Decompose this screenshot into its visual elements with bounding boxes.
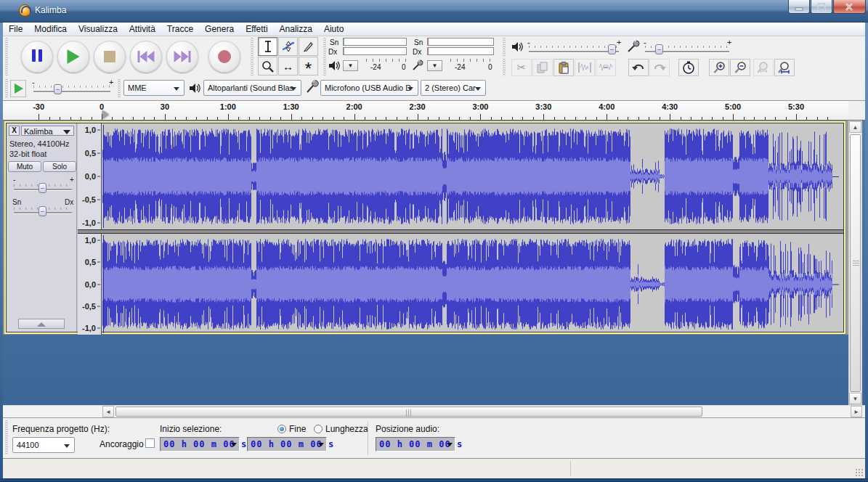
play-at-speed-button[interactable] [10, 80, 26, 97]
audio-position-field[interactable]: 00 h 00 m 00 s [376, 437, 455, 452]
horizontal-scrollbar[interactable]: ◄ ► [3, 405, 865, 417]
solo-button[interactable]: Solo [43, 161, 76, 172]
timeshift-tool-button[interactable]: ↔ [278, 57, 298, 75]
scroll-up-button[interactable]: ▲ [849, 121, 861, 133]
track-area: X Kalimba Stereo, 44100Hz 32-bit float M… [3, 120, 848, 335]
selection-tool-button[interactable] [258, 37, 277, 56]
zoom-out-button[interactable] [730, 59, 750, 76]
silence-selection-button[interactable] [596, 59, 616, 76]
play-meter-dropdown[interactable]: ▼ [343, 60, 358, 71]
microphone-icon [411, 59, 424, 72]
menu-visualizza[interactable]: Visualizza [73, 23, 123, 36]
timeline-label: -30 [33, 102, 44, 111]
tools-toolbar-grip[interactable] [251, 38, 253, 75]
menu-tracce[interactable]: Tracce [161, 23, 199, 36]
vertical-ruler-right-channel[interactable]: 1,00,50,0-0,5-1,0 [78, 234, 102, 335]
timeline-label: 3:30 [535, 102, 551, 111]
snap-checkbox[interactable] [145, 438, 155, 448]
vruler-label: 1,0 [85, 236, 96, 245]
edit-toolbar-grip[interactable] [503, 59, 506, 76]
sync-lock-button[interactable] [678, 59, 699, 76]
vertical-ruler-left-channel[interactable]: 1,00,50,0-0,5-1,0 [78, 123, 102, 229]
record-meter-dropdown[interactable]: ▼ [427, 60, 442, 71]
minimize-button[interactable] [788, 0, 810, 14]
playback-speed-slider-thumb[interactable] [54, 84, 62, 94]
window-resize-grip[interactable] [855, 468, 864, 477]
track-close-button[interactable]: X [9, 126, 20, 136]
play-button[interactable] [57, 41, 89, 73]
stop-button[interactable] [94, 41, 126, 73]
gain-slider-thumb[interactable] [38, 183, 46, 193]
transport-toolbar-grip[interactable] [5, 38, 8, 75]
device-toolbar-grip[interactable] [118, 79, 121, 98]
vertical-scrollbar[interactable]: ▲ ▼ [848, 120, 862, 405]
track-bitdepth-info: 32-bit float [9, 150, 46, 158]
waveform-right-channel[interactable] [102, 234, 845, 335]
scroll-down-button[interactable]: ▼ [849, 393, 861, 404]
record-button[interactable] [208, 41, 240, 73]
play-meter-right-bar[interactable] [343, 47, 407, 55]
playback-speed-slider[interactable] [33, 91, 110, 92]
scroll-right-button[interactable]: ► [851, 406, 862, 417]
meter-toolbar-grip[interactable] [323, 38, 326, 75]
undo-button[interactable] [628, 59, 649, 76]
input-device-combo[interactable]: Microfono (USB Audio D [320, 80, 418, 96]
audio-host-combo[interactable]: MME [123, 80, 184, 96]
redo-button[interactable] [649, 59, 670, 76]
speaker-icon [328, 60, 340, 71]
output-device-combo[interactable]: Altoparlanti (Sound Blas [203, 80, 301, 96]
record-meter-scale-ticks [450, 59, 494, 62]
fit-project-button[interactable] [774, 59, 795, 76]
play-meter-scale-low: -24 [370, 63, 381, 71]
length-radio[interactable] [314, 425, 323, 433]
copy-button[interactable] [532, 59, 553, 76]
skip-to-start-button[interactable] [130, 41, 162, 73]
zoom-in-button[interactable] [709, 59, 729, 76]
paste-button[interactable] [553, 59, 574, 76]
zoom-tool-button[interactable] [258, 57, 277, 75]
play-meter-left-bar[interactable] [343, 38, 407, 46]
waveform-left-channel[interactable] [102, 123, 845, 229]
zoom-to-selection-button[interactable] [753, 59, 774, 76]
scroll-left-button[interactable]: ◄ [102, 406, 114, 417]
record-meter-left-bar[interactable] [427, 38, 494, 46]
collapse-track-button[interactable] [18, 319, 65, 329]
track-name-dropdown[interactable]: Kalimba [21, 126, 74, 136]
timeline-ruler[interactable]: -300301:001:302:002:303:003:304:004:305:… [3, 101, 848, 120]
menu-genera[interactable]: Genera [199, 23, 240, 36]
timeline-label: 2:30 [410, 102, 426, 111]
envelope-tool-button[interactable] [278, 37, 298, 56]
pause-button[interactable] [21, 41, 53, 73]
selection-start-field[interactable]: 00 h 00 m 00 s [160, 437, 240, 452]
input-volume-slider-thumb[interactable] [655, 44, 663, 54]
record-meter-right-bar[interactable] [427, 47, 494, 55]
menu-analizza[interactable]: Analizza [274, 23, 318, 36]
pan-slider-thumb[interactable] [38, 206, 46, 216]
horizontal-scrollbar-thumb[interactable] [115, 407, 702, 417]
input-channels-combo[interactable]: 2 (Stereo) Car [421, 80, 486, 96]
mute-button[interactable]: Muto [8, 161, 41, 172]
menu-effetti[interactable]: Effetti [240, 23, 273, 36]
maximize-button[interactable] [811, 0, 832, 14]
menu-attività[interactable]: Attività [123, 23, 161, 36]
vertical-scrollbar-thumb[interactable] [850, 134, 861, 392]
skip-to-end-button[interactable] [166, 41, 198, 73]
project-rate-combo[interactable]: 44100 [12, 437, 75, 453]
selection-end-field[interactable]: 00 h 00 m 00 s [247, 437, 327, 452]
end-radio[interactable] [277, 425, 286, 433]
playback-cursor-marker[interactable] [102, 110, 109, 119]
output-volume-slider-thumb[interactable] [608, 44, 616, 54]
multi-tool-button[interactable]: * [299, 57, 318, 75]
menu-file[interactable]: File [3, 23, 28, 36]
output-device-icon [189, 83, 200, 94]
output-volume-slider[interactable] [529, 51, 619, 52]
close-button[interactable] [833, 0, 866, 14]
draw-tool-button[interactable] [299, 37, 318, 56]
mixer-toolbar-grip[interactable] [503, 38, 506, 57]
transcription-toolbar-grip[interactable] [5, 79, 8, 98]
menu-modifica[interactable]: Modifica [28, 23, 73, 36]
trim-outside-button[interactable] [575, 59, 595, 76]
menu-aiuto[interactable]: Aiuto [318, 23, 349, 36]
selection-toolbar-grip[interactable] [5, 420, 8, 455]
cut-button[interactable]: ✂ [511, 59, 532, 76]
